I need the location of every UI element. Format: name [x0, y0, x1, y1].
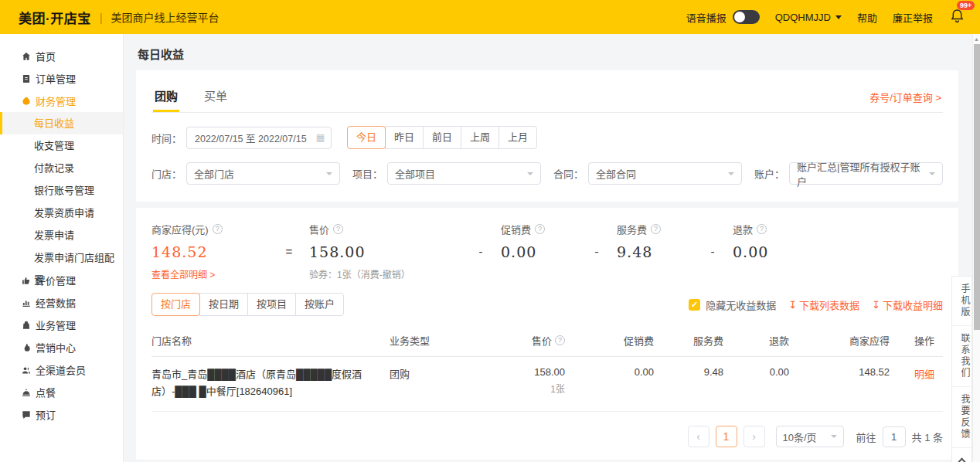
biz-type-cell: 团购 — [383, 366, 484, 381]
brand-logo: 美团·开店宝 — [19, 8, 91, 27]
scroll-up-arrow[interactable]: ▲ — [973, 34, 980, 42]
merchant-income-label: 商家应得(元) — [151, 222, 209, 236]
sidebar-item-home[interactable]: 首页 — [0, 45, 123, 67]
info-icon[interactable]: ? — [535, 224, 545, 234]
sidebar-item-members[interactable]: 全渠道会员 — [0, 358, 123, 381]
sidebar-item-finance[interactable]: 财务管理 — [0, 90, 123, 112]
col-promo: 促销费 — [565, 333, 654, 348]
next-page-button[interactable]: › — [744, 426, 765, 447]
ticket-count: 1张 — [484, 382, 565, 395]
store-select[interactable]: 全部门店 — [186, 162, 340, 185]
voice-toggle[interactable] — [733, 10, 760, 24]
sidebar-item-booking[interactable]: 预订 — [0, 403, 123, 426]
info-icon[interactable]: ? — [333, 224, 343, 234]
promo-cell: 0.00 — [565, 366, 654, 378]
time-filter-row: 时间： 2022/07/15 至 2022/07/15 ▦ 今日 昨日 前日 上… — [151, 126, 943, 149]
group-by-project-button[interactable]: 按项目 — [247, 293, 296, 316]
pagination: ‹ 1 › 10条/页 前往 共 1 条 — [151, 426, 943, 447]
sidebar-item-business-data[interactable]: 经营数据 — [0, 291, 123, 314]
view-all-detail-link[interactable]: 查看全部明细 > — [151, 267, 269, 280]
bell-icon — [950, 8, 965, 23]
group-by-store-button[interactable]: 按门店 — [151, 293, 200, 316]
sidebar-item-ordering[interactable]: 点餐 — [0, 381, 123, 403]
mobile-version-tab[interactable]: 手机版 — [952, 277, 971, 326]
toggle-knob — [734, 12, 745, 22]
contact-us-tab[interactable]: 联系我们 — [952, 326, 971, 387]
calendar-icon: ▦ — [316, 132, 325, 143]
store-label: 门店： — [151, 166, 182, 181]
chevron-down-icon — [929, 172, 935, 175]
sidebar-subitem-invoice-store-group[interactable]: 发票申请门店组配置 — [0, 246, 123, 269]
promo-fee-value: 0.00 — [501, 243, 577, 260]
page-size-select[interactable]: 10条/页 — [776, 426, 844, 447]
scrollbar[interactable]: ▲ — [972, 34, 980, 462]
sidebar-item-orders[interactable]: 订单管理 — [0, 67, 123, 90]
help-link[interactable]: 帮助 — [857, 10, 877, 25]
table-header-row: 门店名称 业务类型 售价? 促销费 服务费 退款 商家应得 操作 — [151, 326, 943, 357]
detail-link[interactable]: 明细 — [890, 366, 934, 381]
main-content: 每日收益 团购 买单 券号/订单查询 > 时间： 2022/07/15 至 20… — [124, 34, 980, 462]
order-icon — [20, 73, 32, 84]
merchant-income-value: 148.52 — [151, 243, 269, 260]
username: QDQHMJJD — [775, 12, 831, 23]
account-select[interactable]: 账户汇总|管理所有授权子账户 — [789, 162, 943, 185]
sidebar-item-business-mgmt[interactable]: 业务管理 — [0, 314, 123, 336]
info-icon[interactable]: ? — [757, 224, 767, 234]
income-card: 商家应得(元)? 148.52 查看全部明细 > = 售价? 158.00 验券… — [136, 208, 958, 460]
col-store-name: 门店名称 — [151, 333, 383, 348]
sidebar-subitem-income-expense[interactable]: 收支管理 — [0, 134, 123, 157]
sidebar-item-marketing[interactable]: 营销中心 — [0, 336, 123, 358]
price-cell: 158.00 1张 — [484, 366, 565, 395]
store-name-cell: 青岛市_青岛████酒店（原青岛█████度假酒店）-███ █中餐厅[1826… — [151, 366, 383, 400]
sidebar-subitem-invoice-qualification[interactable]: 发票资质申请 — [0, 202, 123, 224]
tab-group-buy[interactable]: 团购 — [153, 84, 179, 112]
sidebar-item-reviews[interactable]: 评价管理 — [0, 269, 123, 291]
last-week-button[interactable]: 上周 — [461, 126, 499, 149]
page-title: 每日收益 — [136, 34, 958, 70]
group-by-account-button[interactable]: 按账户 — [295, 293, 344, 316]
sidebar-subitem-daily-income[interactable]: 每日收益 — [0, 112, 123, 134]
cloche-icon — [20, 386, 32, 398]
group-by-date-button[interactable]: 按日期 — [199, 293, 248, 316]
logo-separator: | — [100, 11, 103, 24]
info-icon[interactable]: ? — [213, 224, 223, 234]
goto-page-input[interactable] — [883, 426, 906, 447]
yesterday-button[interactable]: 昨日 — [385, 126, 424, 149]
minus-sign: - — [577, 245, 617, 258]
hide-zero-income-checkbox[interactable]: ✓ 隐藏无收益数据 — [689, 297, 776, 312]
service-fee-label: 服务费 — [617, 222, 647, 236]
notification-bell[interactable]: 99+ — [950, 8, 965, 25]
info-icon[interactable]: ? — [555, 335, 565, 345]
account-menu[interactable]: QDQHMJJD — [775, 12, 842, 23]
day-before-button[interactable]: 前日 — [423, 126, 461, 149]
col-biz-type: 业务类型 — [383, 333, 484, 348]
download-detail-link[interactable]: ↧ 下载收益明细 — [872, 297, 943, 312]
current-page-button[interactable]: 1 — [716, 426, 737, 447]
info-icon[interactable]: ? — [651, 224, 661, 234]
sidebar-subitem-bank-accounts[interactable]: 银行账号管理 — [0, 179, 123, 202]
refund-value: 0.00 — [733, 243, 801, 260]
back-to-top-button[interactable]: 返回顶部 — [952, 448, 971, 462]
last-month-button[interactable]: 上月 — [499, 126, 537, 149]
sidebar-subitem-invoice-apply[interactable]: 发票申请 — [0, 224, 123, 246]
income-table: 门店名称 业务类型 售价? 促销费 服务费 退款 商家应得 操作 青岛市_青岛█… — [151, 326, 943, 412]
date-range-picker[interactable]: 2022/07/15 至 2022/07/15 ▦ — [186, 127, 332, 149]
today-button[interactable]: 今日 — [347, 126, 386, 149]
equals-sign: = — [269, 245, 309, 258]
flame-icon — [20, 341, 32, 353]
download-list-link[interactable]: ↧ 下载列表数据 — [788, 297, 859, 312]
group-by-buttons: 按门店 按日期 按项目 按账户 — [151, 293, 344, 316]
account-label: 账户： — [754, 166, 784, 181]
integrity-report-link[interactable]: 廉正举报 — [893, 10, 933, 25]
tab-pay-bill[interactable]: 买单 — [202, 84, 229, 112]
prev-page-button[interactable]: ‹ — [688, 426, 709, 447]
contract-select[interactable]: 全部合同 — [588, 162, 742, 185]
scrollbar-thumb[interactable] — [974, 44, 980, 330]
chevron-down-icon — [728, 172, 734, 175]
sidebar-subitem-payment-records[interactable]: 付款记录 — [0, 157, 123, 179]
project-select[interactable]: 全部项目 — [387, 162, 541, 185]
coupon-order-query-link[interactable]: 券号/订单查询 > — [869, 90, 941, 112]
feedback-tab[interactable]: 我要反馈 — [952, 387, 971, 448]
chart-icon — [20, 297, 32, 308]
minus-sign: - — [461, 245, 501, 258]
